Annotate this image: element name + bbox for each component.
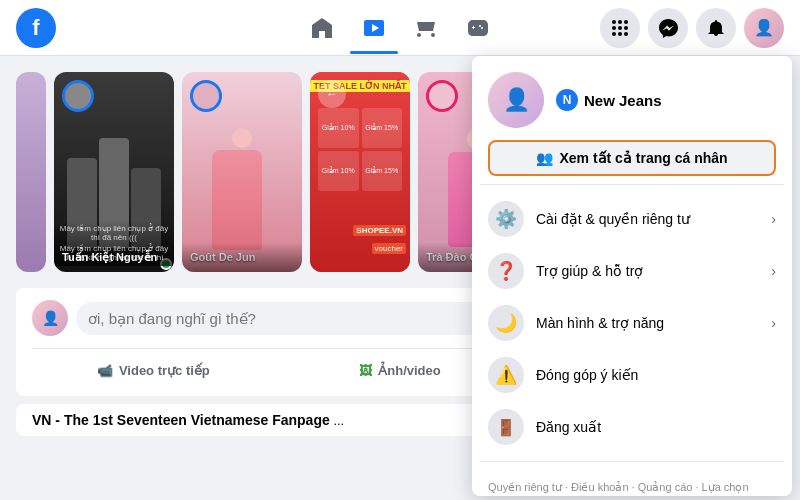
topnav-center (298, 4, 502, 52)
n-badge: N (556, 89, 578, 111)
topnav-right: 👤 (600, 8, 784, 48)
nav-reels[interactable] (350, 4, 398, 52)
svg-point-2 (612, 20, 616, 24)
story-card-3[interactable]: TET SALE LỚN NHẤT Giảm 10% Giảm 15% Giảm… (310, 72, 410, 272)
story-label-1: Tuấn Kiệt Nguyễn (62, 250, 170, 264)
topnav-left: f (16, 8, 56, 48)
footer-text: Quyền riêng tư · Điều khoản · Quảng cáo … (488, 481, 749, 496)
live-video-icon: 📹 (97, 363, 113, 378)
account-dropdown: 👤 N New Jeans 👥 Xem tất cả trang cá nhân… (472, 56, 792, 496)
story-card-2[interactable]: Goût De Jun (182, 72, 302, 272)
view-profiles-icon: 👥 (536, 150, 553, 166)
post-user-avatar: 👤 (32, 300, 68, 336)
display-chevron: › (771, 315, 776, 331)
photo-video-icon: 🖼 (359, 363, 372, 378)
feedback-label: Đóng góp ý kiến (536, 367, 638, 383)
story-partial-left[interactable] (16, 72, 46, 272)
notifications-button[interactable] (696, 8, 736, 48)
topnav: f (0, 0, 800, 56)
menu-divider-1 (480, 184, 784, 185)
nav-home[interactable] (298, 4, 346, 52)
help-label: Trợ giúp & hỗ trợ (536, 263, 643, 279)
nav-marketplace[interactable] (402, 4, 450, 52)
voucher-label: voucher (372, 243, 406, 254)
settings-icon: ⚙️ (488, 201, 524, 237)
view-profiles-label: Xem tất cả trang cá nhân (559, 150, 727, 166)
story-arrow[interactable]: ← (318, 80, 346, 108)
story-avatar-2 (190, 80, 222, 112)
logout-label: Đăng xuất (536, 419, 601, 435)
facebook-logo[interactable]: f (16, 8, 56, 48)
svg-point-10 (624, 32, 628, 36)
view-all-profiles-button[interactable]: 👥 Xem tất cả trang cá nhân (488, 140, 776, 176)
menu-divider-2 (480, 461, 784, 462)
svg-point-7 (624, 26, 628, 30)
svg-point-6 (618, 26, 622, 30)
story-avatar-1 (62, 80, 94, 112)
menu-item-help-left: ❓ Trợ giúp & hỗ trợ (488, 253, 643, 289)
svg-point-8 (612, 32, 616, 36)
menu-item-display[interactable]: 🌙 Màn hình & trợ năng › (480, 297, 784, 349)
profile-name-badge: N New Jeans (556, 89, 662, 111)
story-avatar-4 (426, 80, 458, 112)
menu-item-settings-left: ⚙️ Cài đặt & quyền riêng tư (488, 201, 690, 237)
settings-chevron: › (771, 211, 776, 227)
shopee-label: SHOPEE.VN (353, 225, 406, 236)
page-post-name[interactable]: VN - The 1st Seventeen Vietnamese Fanpag… (32, 412, 330, 428)
live-video-button[interactable]: 📹 Video trực tiếp (32, 357, 275, 384)
grid-menu-button[interactable] (600, 8, 640, 48)
help-chevron: › (771, 263, 776, 279)
svg-point-5 (612, 26, 616, 30)
logout-icon: 🚪 (488, 409, 524, 445)
menu-item-feedback-left: ⚠️ Đóng góp ý kiến (488, 357, 638, 393)
profile-name-area: N New Jeans (556, 89, 662, 111)
page-post-ellipsis: ... (333, 413, 344, 428)
profile-display-name: New Jeans (584, 92, 662, 109)
svg-point-4 (624, 20, 628, 24)
profile-section: 👤 N New Jeans (480, 64, 784, 136)
menu-item-logout-left: 🚪 Đăng xuất (488, 409, 601, 445)
menu-item-display-left: 🌙 Màn hình & trợ năng (488, 305, 664, 341)
display-icon: 🌙 (488, 305, 524, 341)
profile-avatar: 👤 (488, 72, 544, 128)
feedback-icon: ⚠️ (488, 357, 524, 393)
photo-video-label: Ảnh/video (378, 363, 440, 378)
display-label: Màn hình & trợ năng (536, 315, 664, 331)
live-video-label: Video trực tiếp (119, 363, 210, 378)
help-icon: ❓ (488, 253, 524, 289)
messenger-button[interactable] (648, 8, 688, 48)
account-avatar[interactable]: 👤 (744, 8, 784, 48)
svg-point-9 (618, 32, 622, 36)
story-card-1[interactable]: Máy tầm chụp liên chụp ở đây thì đã nên … (54, 72, 174, 272)
menu-item-help[interactable]: ❓ Trợ giúp & hỗ trợ › (480, 245, 784, 297)
menu-item-logout[interactable]: 🚪 Đăng xuất (480, 401, 784, 453)
nav-gaming[interactable] (454, 4, 502, 52)
settings-label: Cài đặt & quyền riêng tư (536, 211, 690, 227)
menu-item-feedback[interactable]: ⚠️ Đóng góp ý kiến (480, 349, 784, 401)
footer-links: Quyền riêng tư · Điều khoản · Quảng cáo … (480, 470, 784, 496)
menu-item-settings[interactable]: ⚙️ Cài đặt & quyền riêng tư › (480, 193, 784, 245)
svg-point-3 (618, 20, 622, 24)
